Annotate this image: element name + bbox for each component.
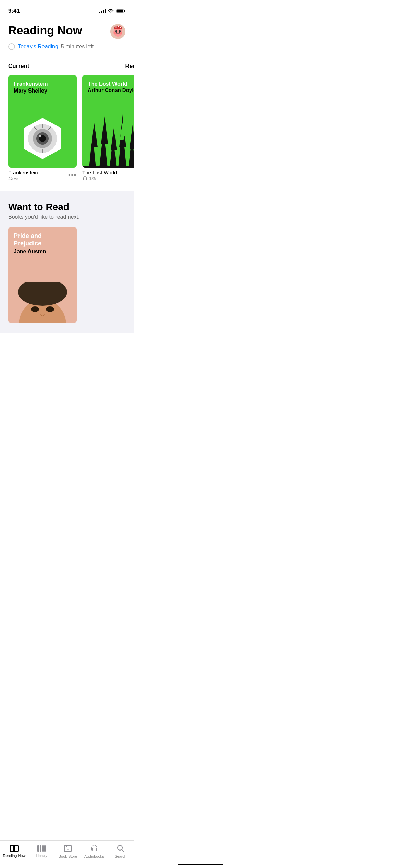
book-card-frankenstein[interactable]: Frankenstein Mary Shelley Frank bbox=[8, 75, 77, 181]
frankenstein-progress: 43% bbox=[8, 176, 38, 181]
svg-rect-37 bbox=[82, 166, 134, 168]
lostworld-audio-percent: 1% bbox=[89, 176, 96, 181]
current-label: Current bbox=[8, 63, 29, 70]
recent-label: Recent bbox=[125, 63, 134, 70]
svg-marker-29 bbox=[101, 116, 108, 144]
lostworld-cover-title: The Lost World bbox=[88, 81, 134, 87]
want-to-read-subtitle: Books you'd like to read next. bbox=[8, 214, 125, 220]
pride-cover: Pride andPrejudice Jane Austen bbox=[8, 227, 77, 323]
wifi-icon bbox=[108, 9, 114, 13]
want-to-read-section: Want to Read Books you'd like to read ne… bbox=[0, 191, 134, 333]
svg-rect-12 bbox=[114, 27, 122, 29]
lostworld-cover-author: Arthur Conan Doyle bbox=[88, 87, 134, 93]
svg-point-40 bbox=[31, 306, 39, 312]
status-time: 9:41 bbox=[8, 8, 20, 14]
pride-cover-title: Pride andPrejudice bbox=[14, 232, 71, 247]
book-card-lostworld[interactable]: The Lost World Arthur Conan Doyle bbox=[82, 75, 134, 181]
svg-point-13 bbox=[115, 26, 117, 28]
svg-point-21 bbox=[39, 135, 41, 137]
svg-marker-31 bbox=[111, 128, 117, 150]
svg-point-10 bbox=[120, 32, 122, 34]
svg-rect-1 bbox=[124, 10, 125, 12]
frankenstein-eye-graphic bbox=[20, 116, 65, 161]
want-to-read-title: Want to Read bbox=[8, 202, 125, 213]
avatar[interactable] bbox=[110, 24, 125, 39]
page-header: Reading Now bbox=[0, 17, 134, 39]
frankenstein-more-button[interactable]: ••• bbox=[68, 172, 77, 179]
svg-point-39 bbox=[18, 282, 67, 306]
lostworld-meta: The Lost World 1% ••• bbox=[82, 170, 134, 181]
headphones-icon bbox=[82, 176, 88, 181]
lostworld-trees-graphic bbox=[82, 113, 134, 168]
frankenstein-meta: Frankenstein 43% ••• bbox=[8, 170, 77, 181]
goal-progress-circle bbox=[8, 43, 15, 50]
reading-goal[interactable]: Today's Reading 5 minutes left bbox=[0, 39, 134, 54]
status-bar: 9:41 bbox=[0, 0, 134, 17]
book-card-pride[interactable]: Pride andPrejudice Jane Austen bbox=[8, 227, 125, 323]
svg-marker-27 bbox=[91, 123, 98, 147]
books-list: Frankenstein Mary Shelley Frank bbox=[0, 72, 134, 188]
frankenstein-cover-title: Frankenstein bbox=[14, 81, 48, 87]
svg-point-8 bbox=[120, 31, 120, 31]
frankenstein-title: Frankenstein bbox=[8, 170, 38, 176]
svg-point-7 bbox=[116, 31, 117, 31]
section-divider bbox=[8, 56, 125, 56]
goal-label: Today's Reading bbox=[18, 44, 58, 50]
pride-face-graphic bbox=[8, 282, 77, 323]
signal-icon bbox=[99, 9, 106, 13]
svg-marker-35 bbox=[130, 125, 134, 149]
lostworld-cover: The Lost World Arthur Conan Doyle bbox=[82, 75, 134, 168]
svg-rect-2 bbox=[117, 10, 123, 13]
lostworld-title: The Lost World bbox=[82, 170, 117, 176]
status-icons bbox=[99, 9, 125, 13]
frankenstein-cover-author: Mary Shelley bbox=[14, 88, 47, 94]
svg-point-15 bbox=[120, 27, 121, 28]
svg-point-41 bbox=[46, 306, 54, 312]
lostworld-audio-meta: 1% bbox=[82, 176, 117, 181]
page-title: Reading Now bbox=[8, 24, 82, 37]
pride-cover-author: Jane Austen bbox=[14, 249, 71, 255]
battery-icon bbox=[116, 9, 125, 13]
svg-point-9 bbox=[114, 32, 116, 34]
goal-time-left: 5 minutes left bbox=[61, 44, 94, 50]
svg-point-14 bbox=[118, 26, 119, 27]
frankenstein-cover: Frankenstein Mary Shelley bbox=[8, 75, 77, 168]
book-section-labels: Current Recent bbox=[0, 57, 134, 72]
